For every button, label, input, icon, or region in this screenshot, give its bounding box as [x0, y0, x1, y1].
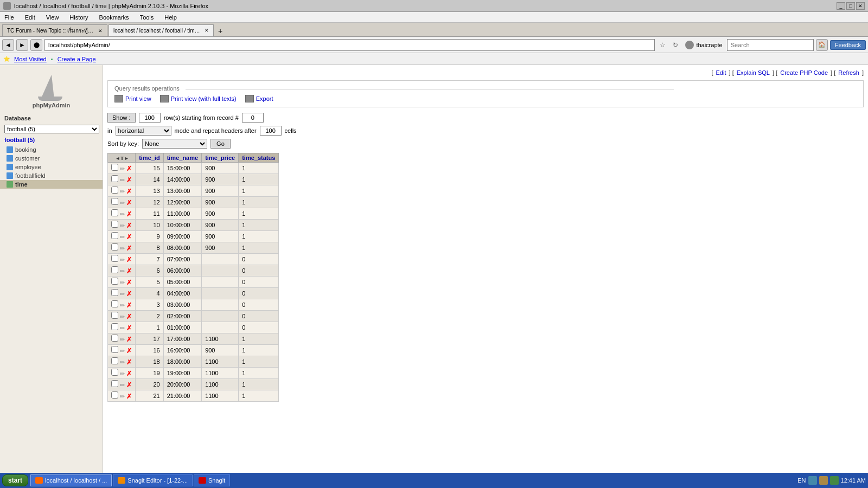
home-button[interactable]: 🏠	[816, 39, 828, 51]
delete-icon[interactable]: ✗	[126, 301, 132, 309]
delete-icon[interactable]: ✗	[126, 279, 132, 286]
delete-icon[interactable]: ✗	[126, 381, 132, 389]
taskbar-item-snagit-editor[interactable]: Snagit Editor - [1-22-...	[113, 474, 193, 486]
row-checkbox[interactable]	[111, 243, 118, 251]
row-checkbox[interactable]	[111, 391, 118, 399]
arrow-up-icon[interactable]: ◄	[115, 156, 120, 161]
delete-icon[interactable]: ✗	[126, 233, 132, 241]
row-checkbox[interactable]	[111, 323, 118, 330]
delete-icon[interactable]: ✗	[126, 188, 132, 195]
sidebar-item-footballfield[interactable]: footballfield	[0, 171, 103, 180]
delete-icon[interactable]: ✗	[126, 347, 132, 355]
taskbar-item-browser[interactable]: localhost / localhost / ...	[30, 474, 112, 486]
delete-icon[interactable]: ✗	[126, 210, 132, 218]
sidebar-item-booking[interactable]: booking	[0, 145, 103, 154]
headers-input[interactable]	[260, 126, 282, 136]
row-checkbox[interactable]	[111, 209, 118, 216]
row-checkbox[interactable]	[111, 232, 118, 239]
sidebar-item-time[interactable]: time	[0, 180, 103, 189]
sidebar-item-employee[interactable]: employee	[0, 163, 103, 171]
refresh-icon[interactable]: ↻	[670, 40, 681, 50]
star-icon[interactable]: ☆	[657, 40, 668, 50]
db-section-title[interactable]: football (5)	[0, 134, 103, 145]
explain-sql-link[interactable]: Explain SQL	[737, 69, 770, 76]
tab-2[interactable]: localhost / localhost / football / time …	[108, 24, 214, 36]
row-checkbox[interactable]	[111, 266, 118, 273]
taskbar-item-snagit[interactable]: Snagit	[194, 474, 230, 486]
back-button[interactable]: ◄	[2, 39, 14, 51]
delete-icon[interactable]: ✗	[126, 245, 132, 252]
row-checkbox[interactable]	[111, 255, 118, 262]
delete-icon[interactable]: ✗	[126, 313, 132, 320]
th-time-name[interactable]: time_name	[163, 153, 201, 163]
delete-icon[interactable]: ✗	[126, 336, 132, 343]
print-full-link[interactable]: Print view (with full texts)	[160, 95, 237, 102]
menu-view[interactable]: View	[44, 13, 61, 22]
th-time-id[interactable]: time_id	[136, 153, 164, 163]
sidebar-item-customer[interactable]: customer	[0, 154, 103, 163]
delete-icon[interactable]: ✗	[126, 176, 132, 184]
go-button[interactable]: Go	[210, 139, 231, 149]
delete-icon[interactable]: ✗	[126, 267, 132, 275]
sort-select[interactable]: None	[142, 139, 207, 149]
th-time-price[interactable]: time_price	[202, 153, 239, 163]
row-checkbox[interactable]	[111, 380, 118, 387]
edit-icon[interactable]: ✏	[120, 382, 125, 388]
row-checkbox[interactable]	[111, 164, 118, 171]
menu-help[interactable]: Help	[162, 13, 179, 22]
delete-icon[interactable]: ✗	[126, 256, 132, 264]
row-checkbox[interactable]	[111, 221, 118, 228]
th-time-status[interactable]: time_status	[239, 153, 279, 163]
tab-1[interactable]: TC Forum - New Topic :: เริ่มกระทู้ใหม่ …	[2, 24, 107, 36]
delete-icon[interactable]: ✗	[126, 222, 132, 229]
new-tab-button[interactable]: +	[215, 25, 226, 36]
edit-icon[interactable]: ✏	[120, 302, 125, 309]
show-count-input[interactable]	[139, 113, 161, 123]
bookmark-create-page[interactable]: Create a Page	[58, 56, 96, 62]
export-link[interactable]: Export	[245, 95, 273, 102]
row-checkbox[interactable]	[111, 198, 118, 205]
edit-icon[interactable]: ✏	[120, 325, 125, 331]
edit-icon[interactable]: ✏	[120, 222, 125, 229]
maximize-button[interactable]: □	[846, 2, 855, 10]
tab-2-close[interactable]: ✕	[205, 28, 209, 33]
edit-icon[interactable]: ✏	[120, 268, 125, 274]
menu-bookmarks[interactable]: Bookmarks	[97, 13, 131, 22]
menu-history[interactable]: History	[67, 13, 90, 22]
edit-icon[interactable]: ✏	[120, 393, 125, 400]
database-select[interactable]: football (5)	[4, 125, 99, 133]
forward-button[interactable]: ►	[16, 39, 28, 51]
edit-link[interactable]: Edit	[716, 69, 726, 76]
edit-icon[interactable]: ✏	[120, 211, 125, 217]
tab-1-close[interactable]: ✕	[98, 28, 103, 34]
row-checkbox[interactable]	[111, 278, 118, 285]
menu-edit[interactable]: Edit	[23, 13, 37, 22]
delete-icon[interactable]: ✗	[126, 370, 132, 377]
edit-icon[interactable]: ✏	[120, 279, 125, 286]
row-checkbox[interactable]	[111, 357, 118, 364]
edit-icon[interactable]: ✏	[120, 256, 125, 263]
row-checkbox[interactable]	[111, 335, 118, 342]
minimize-button[interactable]: _	[837, 2, 845, 10]
search-input[interactable]	[727, 39, 814, 51]
row-checkbox[interactable]	[111, 312, 118, 319]
edit-icon[interactable]: ✏	[120, 291, 125, 297]
bookmark-most-visited[interactable]: Most Visited	[14, 56, 47, 62]
refresh-link[interactable]: Refresh	[838, 69, 859, 76]
row-checkbox[interactable]	[111, 300, 118, 307]
menu-tools[interactable]: Tools	[138, 13, 156, 22]
row-checkbox[interactable]	[111, 346, 118, 353]
delete-icon[interactable]: ✗	[126, 393, 132, 400]
print-view-link[interactable]: Print view	[114, 95, 151, 102]
edit-icon[interactable]: ✏	[120, 348, 125, 354]
stop-button[interactable]: ⬤	[30, 39, 42, 51]
edit-icon[interactable]: ✏	[120, 370, 125, 377]
delete-icon[interactable]: ✗	[126, 165, 132, 172]
edit-icon[interactable]: ✏	[120, 188, 125, 195]
edit-icon[interactable]: ✏	[120, 200, 125, 206]
feedback-button[interactable]: Feedback	[830, 40, 866, 50]
row-checkbox[interactable]	[111, 187, 118, 194]
edit-icon[interactable]: ✏	[120, 313, 125, 320]
edit-icon[interactable]: ✏	[120, 165, 125, 172]
address-input[interactable]	[44, 39, 655, 51]
